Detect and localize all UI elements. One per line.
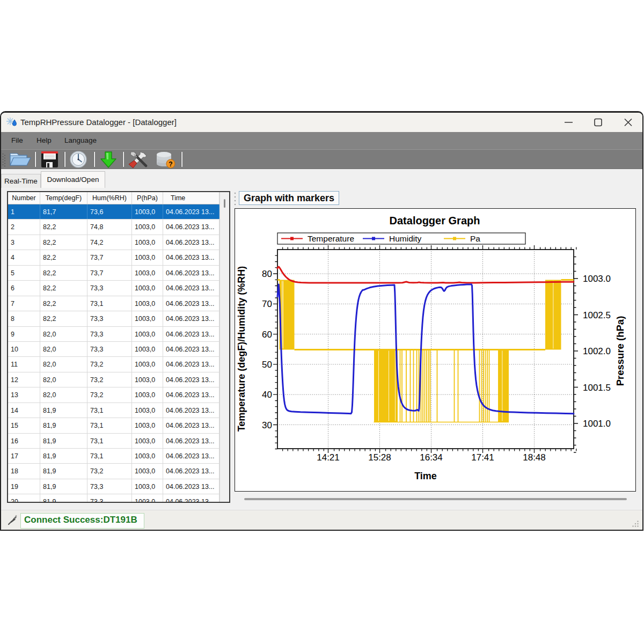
svg-text:Time: Time	[414, 471, 437, 481]
svg-text:1001.0: 1001.0	[583, 419, 611, 429]
svg-text:1002.0: 1002.0	[583, 346, 611, 356]
svg-text:14:21: 14:21	[317, 452, 340, 463]
svg-text:17:41: 17:41	[471, 452, 494, 463]
svg-text:50: 50	[262, 360, 272, 370]
svg-text:1003.0: 1003.0	[583, 274, 611, 284]
svg-text:Pressure (hPa): Pressure (hPa)	[614, 316, 626, 386]
svg-text:?: ?	[169, 160, 172, 168]
svg-text:Datalogger Graph: Datalogger Graph	[390, 215, 480, 226]
svg-text:40: 40	[262, 390, 272, 400]
svg-text:60: 60	[262, 330, 272, 340]
svg-text:Humidity: Humidity	[389, 234, 422, 243]
svg-text:30: 30	[262, 420, 272, 430]
svg-text:1001.5: 1001.5	[583, 383, 611, 393]
svg-text:1002.5: 1002.5	[583, 310, 611, 320]
svg-text:16:34: 16:34	[420, 452, 443, 463]
svg-text:70: 70	[262, 299, 272, 309]
svg-text:Temperature: Temperature	[308, 234, 354, 243]
svg-text:15:28: 15:28	[368, 452, 391, 463]
svg-text:18:48: 18:48	[523, 452, 546, 463]
svg-text:Temperature (degF)/Humidity (%: Temperature (degF)/Humidity (%RH)	[236, 266, 247, 432]
svg-text:Pa: Pa	[470, 234, 480, 243]
svg-text:80: 80	[262, 269, 272, 279]
